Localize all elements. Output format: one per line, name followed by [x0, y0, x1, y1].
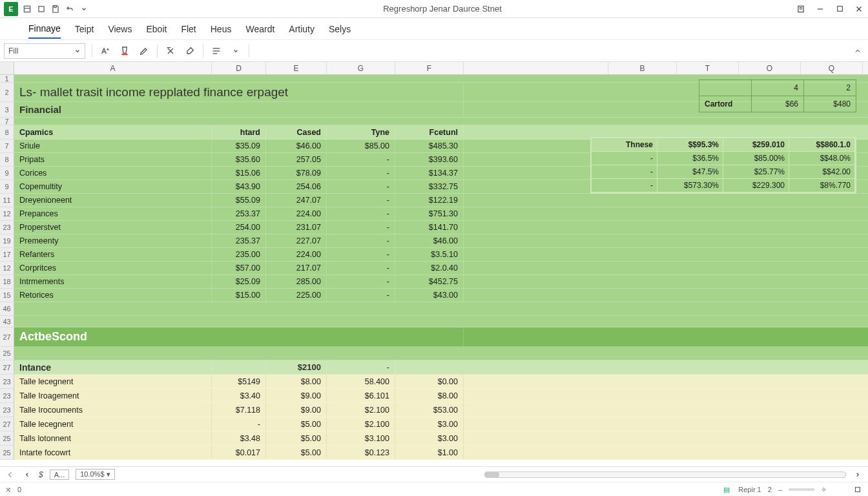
brush-icon[interactable] [183, 45, 196, 57]
row-header[interactable]: 7 [0, 118, 14, 125]
thnese-cell[interactable]: $229.300 [723, 178, 789, 192]
cell[interactable]: Retorices [14, 289, 212, 302]
menu-eboit[interactable]: Eboit [146, 20, 167, 38]
cell[interactable]: $8.00 [395, 389, 464, 402]
fill-color-icon[interactable] [118, 45, 131, 57]
cell[interactable]: $8.00 [266, 375, 327, 388]
status-sheet-icon[interactable]: ⤨ [5, 486, 11, 494]
col-D[interactable]: D [212, 62, 266, 74]
cell[interactable]: - [327, 180, 395, 193]
cell[interactable]: $2100 [266, 360, 327, 374]
cell[interactable]: Copemultity [14, 180, 212, 193]
row-header[interactable]: 12 [0, 207, 14, 221]
cell[interactable]: $2.0.40 [395, 262, 464, 274]
cell[interactable]: $57.00 [212, 262, 266, 274]
thnese-cell[interactable]: - [591, 178, 657, 192]
thnese-cell[interactable]: $$42.00 [789, 165, 855, 179]
cell[interactable]: Talle lecegnent [14, 417, 212, 431]
cell[interactable]: - [327, 153, 395, 166]
cell[interactable]: - [327, 234, 395, 247]
cell[interactable]: Ls- mallet trasit income repplated finan… [14, 83, 464, 101]
cell[interactable]: 224.00 [266, 248, 327, 261]
cell[interactable]: ActbeScond [14, 327, 464, 346]
row-header[interactable]: 19 [0, 234, 14, 248]
row-header[interactable]: 25 [0, 347, 14, 360]
fill-selector[interactable]: Fill [4, 43, 85, 59]
row-header[interactable]: 27 [0, 360, 14, 375]
cell[interactable]: $332.75 [395, 180, 464, 193]
cell[interactable]: $35.09 [212, 140, 266, 152]
cell[interactable]: 225.00 [266, 289, 327, 302]
cell[interactable]: $9.00 [266, 389, 327, 402]
thnese-cell[interactable]: - [591, 151, 657, 165]
row-header[interactable]: 17 [0, 248, 14, 262]
cell[interactable]: 257.05 [266, 153, 327, 166]
cell[interactable]: $5149 [212, 375, 266, 388]
thnese-cell[interactable]: $8%.770 [789, 178, 855, 192]
scroll-right-icon[interactable] [852, 470, 863, 480]
cell[interactable]: $0.00 [395, 375, 464, 388]
cell[interactable]: Talle Irocouments [14, 403, 212, 417]
chevron-down-icon[interactable] [79, 4, 89, 14]
dollar-icon[interactable]: $ [39, 470, 43, 479]
thnese-cell[interactable]: $47.5% [657, 165, 723, 179]
cell[interactable]: 231.07 [266, 221, 327, 234]
menu-finnaye[interactable]: Finnaye [28, 19, 61, 39]
cell[interactable]: $134.37 [395, 167, 464, 180]
cell[interactable]: $46.00 [266, 140, 327, 152]
zoom-in-icon[interactable]: ✧ [821, 486, 827, 494]
row-header[interactable]: 27 [0, 417, 14, 431]
col-Q[interactable]: Q [801, 62, 863, 74]
expand-ribbon-icon[interactable] [851, 45, 864, 57]
row-header[interactable]: 1 [0, 75, 14, 83]
cell[interactable]: - [212, 417, 266, 431]
cell[interactable]: Refanters [14, 248, 212, 261]
cell[interactable]: - [327, 275, 395, 288]
cell[interactable]: 254.06 [266, 180, 327, 193]
fullscreen-icon[interactable] [852, 484, 863, 495]
cell[interactable]: Properstvet [14, 221, 212, 234]
cell[interactable]: 254.00 [212, 221, 266, 234]
app-button[interactable]: E [4, 2, 18, 16]
cell[interactable]: - [327, 207, 395, 220]
cell[interactable]: Pripats [14, 153, 212, 166]
row-header[interactable]: 11 [0, 194, 14, 207]
cell[interactable]: - [327, 360, 395, 374]
row-header[interactable]: 7 [0, 140, 14, 153]
cell[interactable]: $5.00 [266, 417, 327, 431]
row-header[interactable]: 43 [0, 316, 14, 327]
cell[interactable]: $3.48 [212, 431, 266, 445]
cell[interactable]: $0.017 [212, 446, 266, 459]
cell[interactable]: 235.37 [212, 234, 266, 247]
sheet-icon[interactable]: ▤ [721, 484, 732, 495]
menu-views[interactable]: Views [108, 20, 132, 38]
row-header[interactable]: 18 [0, 275, 14, 289]
col-F[interactable]: F [395, 62, 464, 74]
cell[interactable]: $85.00 [327, 140, 395, 152]
cell[interactable]: Premeenty [14, 234, 212, 247]
row-header[interactable]: 2 [0, 83, 14, 102]
cell[interactable]: 58.400 [327, 375, 395, 388]
cell[interactable]: $5.00 [266, 431, 327, 445]
cell[interactable]: Intarte focowrt [14, 446, 212, 459]
cell[interactable]: - [327, 262, 395, 274]
cell[interactable]: $1.00 [395, 446, 464, 459]
cell[interactable]: $46.00 [395, 234, 464, 247]
cell[interactable]: $78.09 [266, 167, 327, 180]
cell[interactable]: $15.00 [212, 289, 266, 302]
square-icon[interactable] [36, 4, 46, 14]
cell[interactable]: $393.60 [395, 153, 464, 166]
cell[interactable]: $53.00 [395, 403, 464, 417]
zoom-out-icon[interactable]: – [778, 486, 782, 493]
cell[interactable]: Corices [14, 167, 212, 180]
cell[interactable]: 217.07 [266, 262, 327, 274]
close-icon[interactable] [854, 4, 864, 14]
cell[interactable]: $9.00 [266, 403, 327, 417]
menu-flet[interactable]: Flet [181, 20, 196, 38]
row-header[interactable]: 8 [0, 153, 14, 167]
cell[interactable]: Talle Iroagement [14, 389, 212, 402]
cell[interactable]: 247.07 [266, 194, 327, 207]
status-repir[interactable]: Repir 1 [738, 486, 761, 493]
cell[interactable]: Corpritces [14, 262, 212, 274]
horizontal-scrollbar[interactable] [484, 471, 846, 478]
